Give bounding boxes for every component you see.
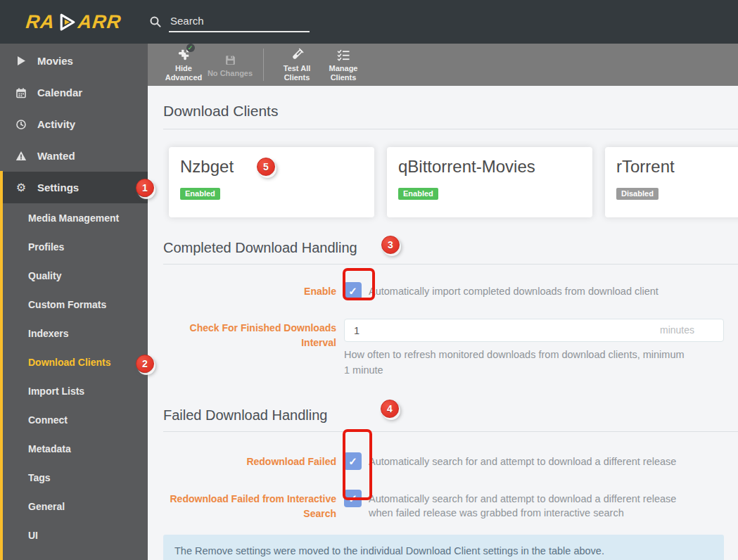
- enable-help-text: Automatically import completed downloads…: [369, 282, 659, 298]
- status-badge: Enabled: [180, 188, 220, 200]
- advanced-puzzle-icon: ✓: [177, 47, 191, 61]
- interval-help-text: How often to refresh monitored downloads…: [344, 347, 689, 378]
- sidebar-item-custom-formats[interactable]: Custom Formats: [0, 290, 148, 319]
- toolbar-divider: [263, 49, 264, 81]
- checklist-icon: [337, 47, 350, 61]
- sidebar-item-ui[interactable]: UI: [0, 521, 148, 549]
- download-client-cards: Nzbget Enabled qBittorrent-Movies Enable…: [169, 147, 724, 217]
- sidebar-item-label: Activity: [37, 118, 75, 130]
- page-title: Download Clients: [163, 86, 738, 129]
- status-badge: Disabled: [616, 188, 659, 200]
- calendar-icon: [14, 87, 28, 98]
- search-input[interactable]: [169, 12, 310, 32]
- completed-download-handling-section: Completed Download Handling Enable ✓ Aut…: [163, 240, 724, 378]
- redownload-interactive-label: Redownload Failed from Interactive Searc…: [163, 490, 344, 521]
- sidebar-item-profiles[interactable]: Profiles: [0, 232, 148, 261]
- radarr-logo[interactable]: RA ARR: [0, 11, 148, 33]
- client-name: rTorrent: [616, 157, 738, 177]
- failed-download-handling-section: Failed Download Handling Redownload Fail…: [163, 407, 724, 521]
- check-icon: ✓: [186, 44, 195, 52]
- settings-accent-bar: [0, 171, 3, 560]
- gears-icon: ⚙: [14, 182, 28, 193]
- sidebar-item-label: Movies: [37, 55, 73, 67]
- redownload-interactive-checkbox[interactable]: ✓: [344, 490, 362, 507]
- save-icon: [224, 52, 236, 66]
- client-card-qbittorrent-movies[interactable]: qBittorrent-Movies Enabled: [387, 147, 592, 217]
- page-toolbar: ✓ Hide Advanced No Changes Test A: [148, 44, 738, 86]
- check-icon: ✓: [348, 285, 357, 298]
- clock-icon: [14, 119, 28, 130]
- client-name: qBittorrent-Movies: [398, 157, 581, 177]
- client-name: Nzbget: [180, 157, 363, 177]
- sidebar-item-tags[interactable]: Tags: [0, 463, 148, 492]
- status-badge: Enabled: [398, 188, 438, 200]
- hide-advanced-button[interactable]: ✓ Hide Advanced: [160, 47, 207, 82]
- interval-label: Check For Finished Downloads Interval: [163, 319, 344, 350]
- section-title: Failed Download Handling: [163, 407, 738, 432]
- info-box-text: The Remove settings were moved to the in…: [174, 545, 604, 556]
- sidebar: Movies Calendar Activi: [0, 44, 148, 560]
- redownload-failed-label: Redownload Failed: [163, 452, 344, 469]
- check-icon: ✓: [348, 455, 357, 468]
- sidebar-item-general[interactable]: General: [0, 492, 148, 521]
- play-icon: [14, 56, 28, 66]
- sidebar-item-indexers[interactable]: Indexers: [0, 319, 148, 348]
- sidebar-item-import-lists[interactable]: Import Lists: [0, 376, 148, 405]
- logo-text-right: ARR: [77, 11, 123, 33]
- sidebar-item-label: Calendar: [37, 87, 82, 98]
- main-content: Download Clients Nzbget Enabled qBittorr…: [148, 86, 738, 560]
- manage-clients-button[interactable]: Manage Clients: [320, 47, 367, 82]
- warning-icon: [14, 151, 28, 161]
- enable-label: Enable: [163, 282, 344, 299]
- sidebar-item-calendar[interactable]: Calendar: [0, 77, 148, 108]
- sidebar-item-label: Wanted: [37, 150, 75, 162]
- enable-row: Enable ✓ Automatically import completed …: [163, 282, 724, 300]
- sidebar-item-connect[interactable]: Connect: [0, 405, 148, 434]
- redownload-failed-help-text: Automatically search for and attempt to …: [369, 452, 676, 469]
- test-all-clients-button[interactable]: Test All Clients: [274, 47, 320, 82]
- redownload-failed-checkbox[interactable]: ✓: [344, 452, 362, 470]
- section-title: Completed Download Handling: [163, 240, 738, 265]
- redownload-interactive-help-text: Automatically search for and attempt to …: [369, 490, 699, 520]
- sidebar-item-settings[interactable]: ⚙ Settings: [0, 172, 148, 203]
- interval-input[interactable]: [344, 319, 724, 342]
- play-logo-icon: [57, 13, 76, 32]
- logo-text-left: RA: [25, 11, 56, 33]
- sidebar-item-movies[interactable]: Movies: [0, 45, 148, 77]
- sidebar-item-metadata[interactable]: Metadata: [0, 434, 148, 463]
- client-card-rtorrent[interactable]: rTorrent Disabled: [605, 147, 738, 217]
- sidebar-item-media-management[interactable]: Media Management: [0, 203, 148, 232]
- test-tube-icon: [291, 47, 304, 61]
- sidebar-item-label: Settings: [37, 182, 79, 193]
- search-bar: [149, 12, 310, 32]
- sidebar-item-download-clients[interactable]: Download Clients: [0, 348, 148, 376]
- topbar: RA ARR: [0, 0, 738, 44]
- interval-row: Check For Finished Downloads Interval mi…: [163, 319, 724, 378]
- no-changes-button[interactable]: No Changes: [207, 52, 253, 78]
- sidebar-item-wanted[interactable]: Wanted: [0, 140, 148, 172]
- check-icon: ✓: [348, 492, 357, 505]
- redownload-failed-row: Redownload Failed ✓ Automatically search…: [163, 452, 724, 470]
- redownload-interactive-row: Redownload Failed from Interactive Searc…: [163, 490, 724, 521]
- sidebar-item-quality[interactable]: Quality: [0, 261, 148, 290]
- search-icon: [149, 15, 162, 28]
- client-card-nzbget[interactable]: Nzbget Enabled: [169, 147, 374, 217]
- sidebar-item-activity[interactable]: Activity: [0, 108, 148, 140]
- enable-checkbox[interactable]: ✓: [344, 282, 362, 300]
- info-box: The Remove settings were moved to the in…: [163, 535, 724, 560]
